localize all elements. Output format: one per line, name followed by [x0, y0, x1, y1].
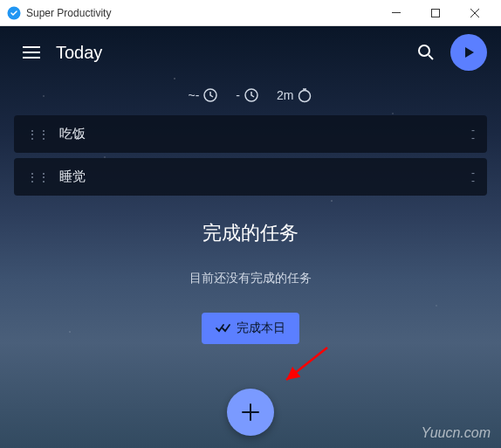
svg-rect-2 [431, 9, 439, 17]
menu-button[interactable] [14, 35, 49, 70]
completed-section-title: 完成的任务 [0, 220, 501, 246]
clock-icon [202, 87, 218, 103]
play-icon [462, 45, 476, 59]
time-summary: ~- - 2m [0, 87, 501, 103]
close-button[interactable] [455, 0, 494, 26]
app-icon [7, 6, 21, 20]
svg-rect-1 [392, 12, 401, 13]
timer-value[interactable]: 2m [277, 87, 312, 103]
task-name: 吃饭 [59, 126, 471, 142]
task-time: -- [471, 127, 475, 142]
svg-point-3 [419, 45, 429, 56]
add-task-fab[interactable] [227, 389, 274, 436]
svg-point-6 [299, 91, 311, 102]
play-button[interactable] [450, 34, 487, 71]
time-worked[interactable]: - [236, 87, 259, 103]
search-button[interactable] [408, 35, 443, 70]
stopwatch-icon [297, 87, 312, 103]
watermark: Yuucn.com [422, 425, 491, 441]
task-list: ⋮⋮ 吃饭 -- ⋮⋮ 睡觉 -- [14, 115, 487, 196]
window-titlebar: Super Productivity [0, 0, 501, 26]
task-row[interactable]: ⋮⋮ 吃饭 -- [14, 115, 487, 153]
hamburger-icon [23, 46, 40, 59]
double-check-icon [216, 323, 231, 334]
annotation-arrow [279, 343, 332, 387]
finish-day-button[interactable]: 完成本日 [202, 313, 299, 344]
task-row[interactable]: ⋮⋮ 睡觉 -- [14, 158, 487, 196]
drag-handle-icon[interactable]: ⋮⋮ [26, 170, 49, 184]
finish-day-label: 完成本日 [237, 320, 285, 336]
task-time: -- [471, 169, 475, 185]
clock-icon [244, 87, 259, 103]
app-content: Today ~- - 2m ⋮⋮ 吃饭 -- ⋮⋮ 睡觉 -- [0, 26, 501, 448]
minimize-button[interactable] [376, 0, 415, 26]
plus-icon [241, 403, 260, 422]
estimate-remaining[interactable]: ~- [189, 87, 219, 103]
task-name: 睡觉 [59, 169, 471, 185]
maximize-button[interactable] [415, 0, 455, 26]
empty-message: 目前还没有完成的任务 [0, 271, 501, 286]
drag-handle-icon[interactable]: ⋮⋮ [26, 128, 49, 141]
page-title: Today [56, 43, 408, 63]
search-icon [417, 44, 435, 61]
window-title: Super Productivity [26, 7, 376, 19]
